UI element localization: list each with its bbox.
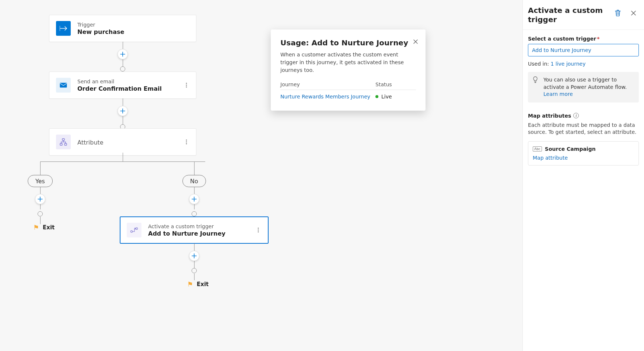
branch-icon [56, 135, 71, 149]
connector [194, 274, 195, 280]
svg-rect-12 [64, 143, 67, 145]
popover-title: Usage: Add to Nurture Journey [280, 38, 416, 47]
add-step-button[interactable] [189, 251, 199, 261]
exit-label: Exit [43, 224, 55, 230]
used-in-link[interactable]: 1 live journey [550, 61, 585, 67]
usage-table-header: Journey Status [280, 81, 416, 90]
map-attributes-desc: Each attribute must be mapped to a data … [528, 122, 639, 136]
svg-point-19 [186, 143, 187, 145]
svg-point-28 [258, 232, 259, 233]
panel-title: Activate a custom trigger [528, 6, 612, 24]
branch-yes[interactable]: Yes [28, 175, 53, 187]
used-in-prefix: Used in: [528, 61, 550, 67]
node-activate-trigger[interactable]: Activate a custom trigger Add to Nurture… [120, 216, 269, 244]
node-title: Order Confirmation Email [77, 85, 162, 92]
info-tip-text: You can also use a trigger to activate a… [543, 77, 627, 90]
close-panel-button[interactable] [628, 7, 639, 18]
flag-icon: ⚑ [33, 223, 39, 231]
svg-rect-11 [60, 143, 62, 145]
node-label: Send an email [77, 79, 162, 84]
col-journey: Journey [280, 81, 375, 87]
add-step-button[interactable] [118, 49, 128, 59]
svg-point-5 [186, 83, 187, 84]
exit-yes: ⚑ Exit [33, 223, 55, 231]
svg-rect-4 [60, 83, 67, 88]
svg-point-17 [186, 140, 187, 141]
node-send-email[interactable]: Send an email Order Confirmation Email [49, 72, 196, 99]
node-menu-button[interactable] [254, 226, 263, 234]
node-title: Attribute [77, 139, 104, 146]
connector [123, 153, 123, 161]
node-menu-button[interactable] [182, 81, 191, 90]
node-trigger[interactable]: Trigger New purchase [49, 15, 196, 42]
status-text: Live [381, 94, 392, 100]
popover-description: When a customer activates the custom eve… [280, 51, 416, 74]
svg-point-26 [258, 228, 259, 229]
delete-button[interactable] [612, 7, 623, 18]
branch-point [120, 66, 125, 72]
node-title: New purchase [77, 28, 124, 35]
info-icon[interactable]: i [573, 113, 579, 118]
add-step-button[interactable] [118, 106, 128, 116]
custom-trigger-select[interactable]: Add to Nurture Journey [528, 44, 639, 56]
node-attribute-branch[interactable]: Attribute [49, 128, 196, 156]
status-dot-icon [375, 95, 378, 98]
attribute-card[interactable]: Abc Source Campaign Map attribute [528, 141, 639, 166]
branch-point [38, 211, 43, 216]
exit-no: ⚑ Exit [187, 280, 209, 288]
svg-point-27 [258, 230, 259, 231]
journey-canvas[interactable]: Trigger New purchase Send an email Order… [0, 0, 522, 351]
usage-table-row: Nurture Rewards Members Journey Live [280, 90, 416, 103]
activate-icon [127, 223, 141, 237]
svg-rect-10 [62, 139, 64, 140]
add-step-button[interactable] [189, 194, 199, 204]
connector [40, 161, 205, 162]
svg-point-18 [186, 142, 187, 143]
mail-icon [56, 78, 71, 93]
svg-point-24 [131, 231, 133, 233]
attribute-name: Source Campaign [545, 146, 596, 152]
property-panel: Activate a custom trigger Select a cust [522, 0, 644, 351]
select-trigger-label: Select a custom trigger* [528, 36, 639, 42]
branch-point [192, 268, 197, 273]
info-tip: You can also use a trigger to activate a… [528, 72, 639, 102]
bulb-icon [532, 76, 538, 83]
branch-no[interactable]: No [182, 175, 206, 187]
trigger-icon [56, 21, 71, 36]
branch-point [192, 211, 197, 216]
exit-label: Exit [197, 281, 209, 287]
col-status: Status [375, 81, 416, 87]
journey-link[interactable]: Nurture Rewards Members Journey [280, 94, 375, 100]
learn-more-link[interactable]: Learn more [543, 91, 573, 97]
type-badge: Abc [533, 146, 542, 152]
flag-icon: ⚑ [187, 280, 193, 288]
svg-point-6 [186, 85, 187, 86]
close-popover-button[interactable] [410, 36, 421, 47]
add-step-button[interactable] [35, 194, 45, 204]
node-menu-button[interactable] [182, 138, 191, 146]
node-title: Add to Nurture Journey [148, 230, 225, 237]
svg-point-7 [186, 87, 187, 88]
node-label: Trigger [77, 22, 124, 28]
node-label: Activate a custom trigger [148, 223, 225, 229]
usage-popover: Usage: Add to Nurture Journey When a cus… [271, 29, 426, 111]
map-attribute-link[interactable]: Map attribute [533, 155, 634, 161]
map-attributes-title: Map attributes [528, 113, 571, 119]
